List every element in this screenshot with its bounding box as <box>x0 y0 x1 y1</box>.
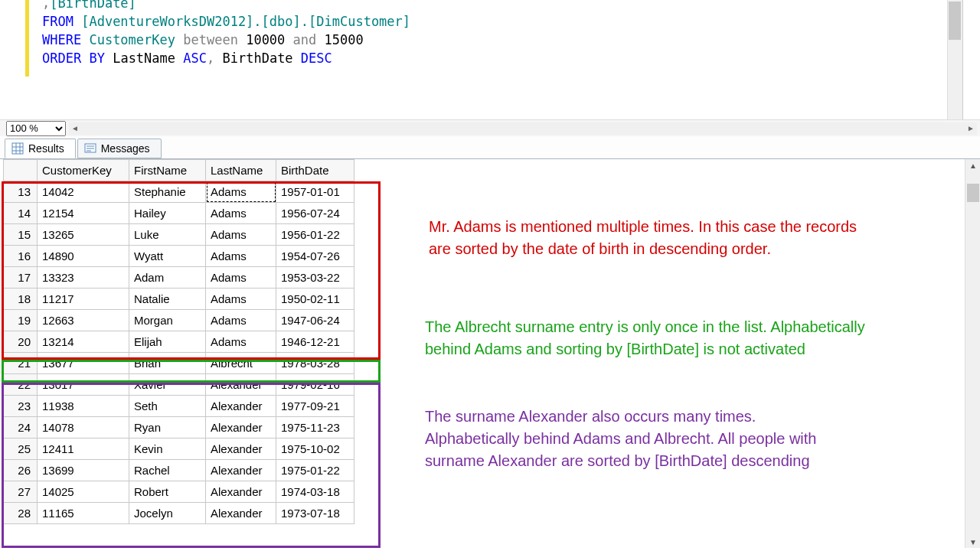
row-number[interactable]: 21 <box>4 353 38 374</box>
row-number[interactable]: 20 <box>4 331 38 353</box>
cell-birthdate[interactable]: 1946-12-21 <box>276 331 354 353</box>
scrollbar-thumb[interactable] <box>967 184 979 202</box>
row-number[interactable]: 14 <box>4 203 38 224</box>
grid-corner[interactable] <box>4 160 38 181</box>
cell-birthdate[interactable]: 1975-11-23 <box>276 417 354 439</box>
cell-firstname[interactable]: Xavier <box>129 374 206 396</box>
cell-firstname[interactable]: Rachel <box>129 460 206 481</box>
cell-birthdate[interactable]: 1975-10-02 <box>276 439 354 460</box>
cell-lastname[interactable]: Alexander <box>206 439 276 460</box>
cell-birthdate[interactable]: 1954-07-26 <box>276 246 354 267</box>
cell-customerkey[interactable]: 12154 <box>38 203 129 224</box>
cell-birthdate[interactable]: 1957-01-01 <box>276 181 354 203</box>
table-row[interactable]: 1314042StephanieAdams1957-01-01 <box>4 181 354 203</box>
row-number[interactable]: 24 <box>4 417 38 439</box>
cell-firstname[interactable]: Stephanie <box>129 181 206 203</box>
cell-customerkey[interactable]: 12663 <box>38 310 129 331</box>
cell-lastname[interactable]: Adams <box>206 310 276 331</box>
row-number[interactable]: 13 <box>4 181 38 203</box>
cell-lastname[interactable]: Adams <box>206 331 276 353</box>
cell-firstname[interactable]: Seth <box>129 396 206 417</box>
cell-birthdate[interactable]: 1956-01-22 <box>276 224 354 246</box>
cell-birthdate[interactable]: 1977-09-21 <box>276 396 354 417</box>
row-number[interactable]: 17 <box>4 267 38 289</box>
row-number[interactable]: 27 <box>4 481 38 503</box>
cell-lastname[interactable]: Adams <box>206 246 276 267</box>
cell-customerkey[interactable]: 12411 <box>38 439 129 460</box>
cell-customerkey[interactable]: 13265 <box>38 224 129 246</box>
table-row[interactable]: 2811165JocelynAlexander1973-07-18 <box>4 503 354 524</box>
col-header-birthdate[interactable]: BirthDate <box>276 160 354 181</box>
cell-customerkey[interactable]: 11938 <box>38 396 129 417</box>
cell-customerkey[interactable]: 11217 <box>38 289 129 310</box>
scroll-left-icon[interactable]: ◄ <box>69 122 81 135</box>
table-row[interactable]: 2311938SethAlexander1977-09-21 <box>4 396 354 417</box>
row-number[interactable]: 18 <box>4 289 38 310</box>
cell-birthdate[interactable]: 1947-06-24 <box>276 310 354 331</box>
cell-firstname[interactable]: Luke <box>129 224 206 246</box>
col-header-firstname[interactable]: FirstName <box>129 160 206 181</box>
cell-firstname[interactable]: Ryan <box>129 417 206 439</box>
scroll-up-icon[interactable]: ▲ <box>965 159 980 171</box>
cell-lastname[interactable]: Alexander <box>206 396 276 417</box>
cell-lastname[interactable]: Adams <box>206 289 276 310</box>
cell-customerkey[interactable]: 14042 <box>38 181 129 203</box>
cell-lastname[interactable]: Alexander <box>206 481 276 503</box>
table-row[interactable]: 1513265LukeAdams1956-01-22 <box>4 224 354 246</box>
cell-lastname[interactable]: Adams <box>206 267 276 289</box>
results-grid[interactable]: CustomerKey FirstName LastName BirthDate… <box>3 159 354 524</box>
cell-firstname[interactable]: Wyatt <box>129 246 206 267</box>
editor-vertical-scrollbar[interactable] <box>947 0 962 119</box>
cell-birthdate[interactable]: 1973-07-18 <box>276 503 354 524</box>
col-header-customerkey[interactable]: CustomerKey <box>38 160 129 181</box>
cell-customerkey[interactable]: 13699 <box>38 460 129 481</box>
cell-firstname[interactable]: Kevin <box>129 439 206 460</box>
cell-firstname[interactable]: Natalie <box>129 289 206 310</box>
cell-birthdate[interactable]: 1974-03-18 <box>276 481 354 503</box>
scroll-down-icon[interactable]: ▼ <box>965 536 980 548</box>
cell-firstname[interactable]: Hailey <box>129 203 206 224</box>
cell-firstname[interactable]: Morgan <box>129 310 206 331</box>
cell-customerkey[interactable]: 13323 <box>38 267 129 289</box>
cell-customerkey[interactable]: 13017 <box>38 374 129 396</box>
cell-customerkey[interactable]: 14890 <box>38 246 129 267</box>
table-row[interactable]: 2714025RobertAlexander1974-03-18 <box>4 481 354 503</box>
cell-birthdate[interactable]: 1953-03-22 <box>276 267 354 289</box>
cell-customerkey[interactable]: 13214 <box>38 331 129 353</box>
cell-lastname[interactable]: Alexander <box>206 460 276 481</box>
table-row[interactable]: 2414078RyanAlexander1975-11-23 <box>4 417 354 439</box>
cell-firstname[interactable]: Elijah <box>129 331 206 353</box>
scroll-right-icon[interactable]: ► <box>965 122 977 135</box>
table-row[interactable]: 1713323AdamAdams1953-03-22 <box>4 267 354 289</box>
cell-lastname[interactable]: Alexander <box>206 417 276 439</box>
table-row[interactable]: 2213017XavierAlexander1979-02-16 <box>4 374 354 396</box>
cell-birthdate[interactable]: 1975-01-22 <box>276 460 354 481</box>
cell-birthdate[interactable]: 1978-03-28 <box>276 353 354 374</box>
cell-firstname[interactable]: Robert <box>129 481 206 503</box>
cell-lastname[interactable]: Adams <box>206 181 276 203</box>
table-row[interactable]: 1614890WyattAdams1954-07-26 <box>4 246 354 267</box>
row-number[interactable]: 23 <box>4 396 38 417</box>
editor-horizontal-scrollbar[interactable]: ◄ ► <box>69 122 977 135</box>
table-row[interactable]: 2613699RachelAlexander1975-01-22 <box>4 460 354 481</box>
cell-birthdate[interactable]: 1956-07-24 <box>276 203 354 224</box>
cell-customerkey[interactable]: 14078 <box>38 417 129 439</box>
row-number[interactable]: 25 <box>4 439 38 460</box>
cell-birthdate[interactable]: 1979-02-16 <box>276 374 354 396</box>
cell-birthdate[interactable]: 1950-02-11 <box>276 289 354 310</box>
table-row[interactable]: 1412154HaileyAdams1956-07-24 <box>4 203 354 224</box>
tab-messages[interactable]: Messages <box>77 139 162 158</box>
table-row[interactable]: 2113677BrianAlbrecht1978-03-28 <box>4 353 354 374</box>
table-row[interactable]: 1912663MorganAdams1947-06-24 <box>4 310 354 331</box>
cell-firstname[interactable]: Jocelyn <box>129 503 206 524</box>
results-vertical-scrollbar[interactable]: ▲ ▼ <box>965 159 980 548</box>
cell-customerkey[interactable]: 13677 <box>38 353 129 374</box>
cell-customerkey[interactable]: 11165 <box>38 503 129 524</box>
row-number[interactable]: 16 <box>4 246 38 267</box>
zoom-select[interactable]: 100 % <box>6 121 66 136</box>
cell-customerkey[interactable]: 14025 <box>38 481 129 503</box>
row-number[interactable]: 22 <box>4 374 38 396</box>
table-row[interactable]: 2013214ElijahAdams1946-12-21 <box>4 331 354 353</box>
cell-firstname[interactable]: Brian <box>129 353 206 374</box>
cell-lastname[interactable]: Alexander <box>206 503 276 524</box>
